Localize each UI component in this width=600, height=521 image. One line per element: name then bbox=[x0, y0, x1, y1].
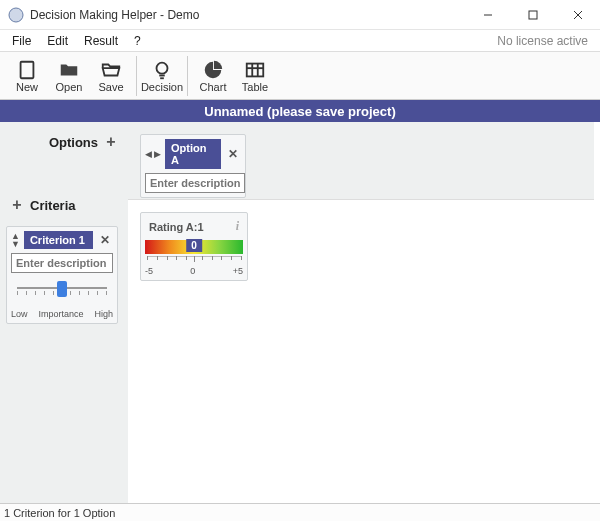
decision-button[interactable]: Decision bbox=[141, 55, 183, 97]
rating-mid: 0 bbox=[190, 266, 195, 276]
options-row-area: ◀▶ Option A ✕ bbox=[128, 122, 594, 200]
menu-edit[interactable]: Edit bbox=[39, 32, 76, 50]
right-column: ◀▶ Option A ✕ Rating A:1 i 0 bbox=[128, 122, 600, 503]
rating-min: -5 bbox=[145, 266, 153, 276]
svg-point-0 bbox=[9, 8, 23, 22]
window-title: Decision Making Helper - Demo bbox=[30, 8, 465, 22]
minimize-button[interactable] bbox=[465, 0, 510, 30]
rating-title: Rating A:1 bbox=[149, 221, 204, 233]
slider-high-label: High bbox=[94, 309, 113, 319]
rating-max: +5 bbox=[233, 266, 243, 276]
chart-button[interactable]: Chart bbox=[192, 55, 234, 97]
svg-rect-2 bbox=[529, 11, 537, 19]
folder-open-icon bbox=[100, 59, 122, 81]
status-text: 1 Criterion for 1 Option bbox=[4, 507, 115, 519]
option-card: ◀▶ Option A ✕ bbox=[140, 134, 246, 198]
rating-slider[interactable]: 0 bbox=[145, 240, 243, 254]
open-label: Open bbox=[56, 81, 83, 93]
close-button[interactable] bbox=[555, 0, 600, 30]
slider-low-label: Low bbox=[11, 309, 28, 319]
option-description-input[interactable] bbox=[145, 173, 245, 193]
svg-rect-5 bbox=[21, 61, 34, 78]
rating-value: 0 bbox=[186, 239, 202, 252]
file-icon bbox=[16, 59, 38, 81]
ratings-area: Rating A:1 i 0 -5 0 +5 bbox=[128, 206, 594, 503]
criterion-description-input[interactable] bbox=[11, 253, 113, 273]
importance-slider[interactable] bbox=[11, 279, 113, 307]
options-header: Options + bbox=[0, 122, 128, 162]
add-option-button[interactable]: + bbox=[102, 133, 120, 151]
importance-labels: Low Importance High bbox=[11, 309, 113, 319]
project-banner: Unnamed (please save project) bbox=[0, 100, 600, 122]
toolbar: New Open Save Decision Chart Table bbox=[0, 52, 600, 100]
license-status: No license active bbox=[497, 34, 596, 48]
table-label: Table bbox=[242, 81, 268, 93]
svg-rect-9 bbox=[247, 63, 264, 76]
decision-label: Decision bbox=[141, 81, 183, 93]
new-label: New bbox=[16, 81, 38, 93]
criteria-label: Criteria bbox=[30, 198, 76, 213]
open-button[interactable]: Open bbox=[48, 55, 90, 97]
menu-result[interactable]: Result bbox=[76, 32, 126, 50]
reorder-option-handle[interactable]: ◀▶ bbox=[145, 150, 161, 158]
window-controls bbox=[465, 0, 600, 30]
table-icon bbox=[244, 59, 266, 81]
rating-card: Rating A:1 i 0 -5 0 +5 bbox=[140, 212, 248, 281]
slider-thumb-icon bbox=[57, 281, 67, 297]
save-button[interactable]: Save bbox=[90, 55, 132, 97]
titlebar: Decision Making Helper - Demo bbox=[0, 0, 600, 30]
menubar: File Edit Result ? No license active bbox=[0, 30, 600, 52]
criterion-title[interactable]: Criterion 1 bbox=[24, 231, 93, 249]
save-label: Save bbox=[98, 81, 123, 93]
remove-option-button[interactable]: ✕ bbox=[225, 146, 241, 162]
lightbulb-icon bbox=[151, 59, 173, 81]
menu-file[interactable]: File bbox=[4, 32, 39, 50]
rating-scale: -5 0 +5 bbox=[145, 266, 243, 276]
option-title[interactable]: Option A bbox=[165, 139, 221, 169]
chart-label: Chart bbox=[200, 81, 227, 93]
options-label: Options bbox=[49, 135, 98, 150]
app-icon bbox=[8, 7, 24, 23]
svg-point-6 bbox=[157, 62, 168, 73]
menu-help[interactable]: ? bbox=[126, 32, 149, 50]
add-criterion-button[interactable]: + bbox=[8, 196, 26, 214]
folder-icon bbox=[58, 59, 80, 81]
info-icon[interactable]: i bbox=[236, 219, 239, 234]
reorder-criterion-handle[interactable]: ▲▼ bbox=[11, 232, 20, 248]
table-button[interactable]: Table bbox=[234, 55, 276, 97]
left-column: Options + + Criteria ▲▼ Criterion 1 ✕ bbox=[0, 122, 128, 503]
slider-mid-label: Importance bbox=[38, 309, 83, 319]
pie-chart-icon bbox=[202, 59, 224, 81]
workspace: Options + + Criteria ▲▼ Criterion 1 ✕ bbox=[0, 122, 600, 503]
new-button[interactable]: New bbox=[6, 55, 48, 97]
criterion-card: ▲▼ Criterion 1 ✕ Low Importance High bbox=[6, 226, 118, 324]
remove-criterion-button[interactable]: ✕ bbox=[97, 232, 113, 248]
rating-ticks bbox=[145, 256, 243, 262]
statusbar: 1 Criterion for 1 Option bbox=[0, 503, 600, 521]
criteria-header: + Criteria bbox=[0, 190, 128, 220]
maximize-button[interactable] bbox=[510, 0, 555, 30]
